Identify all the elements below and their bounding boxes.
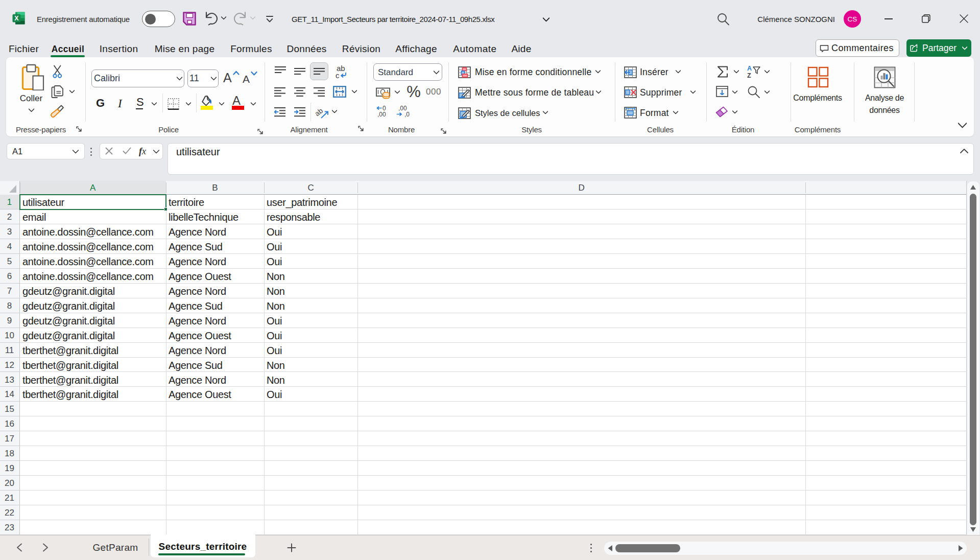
svg-text:Z: Z <box>747 72 751 78</box>
svg-text:A: A <box>747 65 752 72</box>
svg-text:X: X <box>14 15 19 22</box>
svg-text:,0: ,0 <box>404 111 410 118</box>
svg-text:,00: ,00 <box>377 111 386 118</box>
